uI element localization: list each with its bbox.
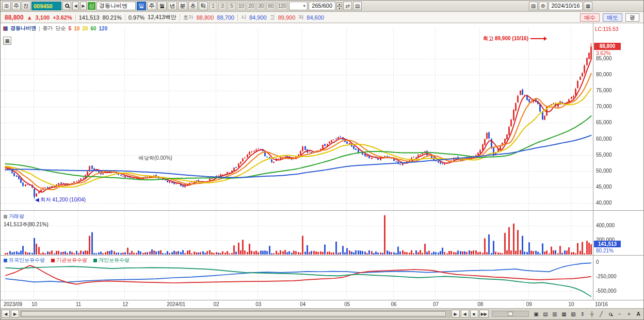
ask-price: 88,800 bbox=[197, 14, 214, 21]
volume-ratio: 0.97% bbox=[128, 14, 144, 21]
prev-stock-button[interactable]: ◀ bbox=[72, 2, 79, 10]
stock-code-input[interactable] bbox=[31, 2, 61, 10]
open-price: 84,900 bbox=[249, 14, 267, 21]
axis-label: 0 bbox=[596, 259, 599, 265]
ma20-label: 20 bbox=[82, 26, 88, 31]
interval-3-button[interactable]: 3 bbox=[218, 2, 227, 10]
tab-tick[interactable]: 틱 bbox=[199, 2, 208, 10]
interval-10-button[interactable]: 10 bbox=[237, 2, 246, 10]
x-axis-label: 10 bbox=[569, 301, 574, 307]
draw-tool-icon[interactable]: ▨ bbox=[529, 2, 538, 10]
count-spin-up-icon[interactable]: ▲ bbox=[336, 2, 342, 6]
interval-20-button[interactable]: 20 bbox=[247, 2, 255, 10]
x-axis-label: 11 bbox=[76, 301, 81, 307]
grid-style-icon[interactable]: ▤ bbox=[541, 310, 550, 318]
zoom-out-icon[interactable]: − bbox=[616, 310, 624, 318]
search-button[interactable] bbox=[62, 2, 71, 10]
auto-scale-icon[interactable]: A bbox=[634, 310, 642, 318]
crosshair-icon[interactable]: ┼ bbox=[588, 310, 596, 318]
legend-price-type: 종가 bbox=[43, 25, 53, 32]
legend-ma-type: 단순 bbox=[56, 25, 66, 32]
tab-weekly[interactable]: 주 bbox=[147, 2, 156, 10]
axis-label: 45,000 bbox=[596, 184, 612, 190]
axis-label: -250,000 bbox=[596, 274, 616, 279]
magnifier-icon bbox=[609, 313, 612, 316]
pane-layout-icon[interactable]: ▣ bbox=[532, 310, 540, 318]
candle-count-total: /600 bbox=[321, 3, 332, 9]
count-spin-down-icon[interactable]: ▼ bbox=[336, 6, 342, 10]
avg-button[interactable]: 평 bbox=[625, 13, 639, 22]
ma120-label: 120 bbox=[99, 26, 108, 31]
stop-button[interactable]: ■ bbox=[470, 310, 478, 318]
divider bbox=[125, 14, 125, 21]
settings-gear-icon[interactable]: ⚙ bbox=[539, 2, 548, 10]
zoom-in-icon[interactable]: + bbox=[625, 310, 633, 318]
scale-icon[interactable]: ⇕ bbox=[578, 310, 587, 318]
chart-scrollbar[interactable] bbox=[20, 310, 450, 317]
axis-label: 75,000 bbox=[596, 88, 612, 93]
x-axis-label: 09 bbox=[526, 301, 532, 307]
chart-type-dropdown[interactable]: ▼ bbox=[289, 2, 308, 10]
axis-label: 65,000 bbox=[596, 120, 612, 125]
interval-5-button[interactable]: 5 bbox=[228, 2, 236, 10]
scrollbar-thumb[interactable] bbox=[21, 311, 446, 316]
chart-area: 경동나비엔 | 종가 단순 5 10 20 60 120 ▦ 거래량 141,5… bbox=[1, 23, 644, 300]
interval-120-button[interactable]: 120 bbox=[277, 2, 288, 10]
axis-label: 60,000 bbox=[596, 136, 612, 142]
chart-mini-button[interactable]: ▦ bbox=[3, 37, 11, 45]
axis-label: 70,000 bbox=[596, 104, 612, 109]
trendline-icon[interactable]: ╱ bbox=[597, 310, 605, 318]
interval-60-button[interactable]: 60 bbox=[266, 2, 275, 10]
stock-type-button[interactable]: 주 bbox=[12, 2, 21, 10]
volume-swatch-icon bbox=[4, 215, 7, 218]
bid-price: 88,700 bbox=[217, 14, 234, 21]
individual-swatch-icon bbox=[93, 259, 97, 262]
x-axis-label: 06 bbox=[391, 301, 397, 307]
current-price-pct: 3.62% bbox=[596, 50, 610, 56]
date-field[interactable]: 2024/10/16 bbox=[549, 2, 583, 10]
institution-swatch-icon bbox=[51, 259, 55, 262]
compare-icon[interactable]: ⇄ bbox=[343, 2, 352, 10]
x-axis-label: 07 bbox=[433, 301, 439, 307]
prev-screen-button[interactable]: 전 bbox=[22, 2, 30, 10]
play-button[interactable]: ▶ bbox=[452, 310, 460, 318]
scroll-right-button[interactable]: ▶ bbox=[11, 310, 19, 318]
zoom-slider[interactable] bbox=[492, 311, 529, 317]
step-back-button[interactable]: ◀ bbox=[461, 310, 469, 318]
scroll-left-button[interactable]: ◀ bbox=[2, 310, 10, 318]
axis-label: 40,000 bbox=[596, 200, 612, 206]
tab-daily[interactable]: 일 bbox=[137, 2, 146, 10]
go-end-button[interactable]: ▶▶ bbox=[479, 310, 489, 318]
hatch-icon[interactable]: ▧ bbox=[569, 310, 577, 318]
buy-button[interactable]: 매수 bbox=[580, 13, 600, 22]
foreign-legend-item: 외국인보유수량 bbox=[4, 257, 45, 264]
candle-style-icon[interactable]: ▦ bbox=[560, 310, 568, 318]
high-price: 89,900 bbox=[278, 14, 296, 21]
tab-second[interactable]: 초 bbox=[188, 2, 198, 10]
axis-label: -500,000 bbox=[596, 288, 616, 294]
calendar-icon[interactable]: ▦ bbox=[584, 2, 592, 10]
zoom-tool-button[interactable] bbox=[606, 310, 615, 318]
main-legend: 경동나비엔 | 종가 단순 5 10 20 60 120 bbox=[3, 25, 107, 32]
bottom-toolbar: ◀ ▶ ▶ ◀ ■ ▶▶ ▣ ▤ ▥ ▦ ▧ ⇕ ┼ ╱ − + A bbox=[1, 309, 643, 319]
change-arrow-icon: ▲ bbox=[27, 14, 33, 21]
tab-monthly[interactable]: 월 bbox=[157, 2, 167, 10]
candle-icon bbox=[3, 26, 8, 31]
pattern-icon[interactable]: ▥ bbox=[551, 310, 559, 318]
x-axis-label: 04 bbox=[300, 301, 305, 307]
divider bbox=[75, 14, 76, 21]
sell-button[interactable]: 매도 bbox=[603, 13, 622, 22]
tab-minute[interactable]: 분 bbox=[178, 2, 187, 10]
chart-style-icon[interactable]: ▤ bbox=[353, 2, 362, 10]
zoom-slider-thumb[interactable] bbox=[508, 312, 513, 316]
tab-yearly[interactable]: 년 bbox=[168, 2, 177, 10]
candle-count-field[interactable]: 265/600 bbox=[309, 2, 335, 10]
next-stock-button[interactable]: ▶ bbox=[80, 2, 87, 10]
volume-value: 141,513 bbox=[79, 14, 100, 21]
axis-label: 85,000 bbox=[596, 56, 612, 61]
quote-bar: 88,800 ▲ 3,100 +3.62% 141,513 80.21% 0.9… bbox=[1, 12, 643, 23]
interval-30-button[interactable]: 30 bbox=[256, 2, 265, 10]
interval-1-button[interactable]: 1 bbox=[209, 2, 217, 10]
window-icon[interactable]: ⊞ bbox=[2, 2, 11, 10]
high-label: 고 bbox=[270, 14, 275, 21]
